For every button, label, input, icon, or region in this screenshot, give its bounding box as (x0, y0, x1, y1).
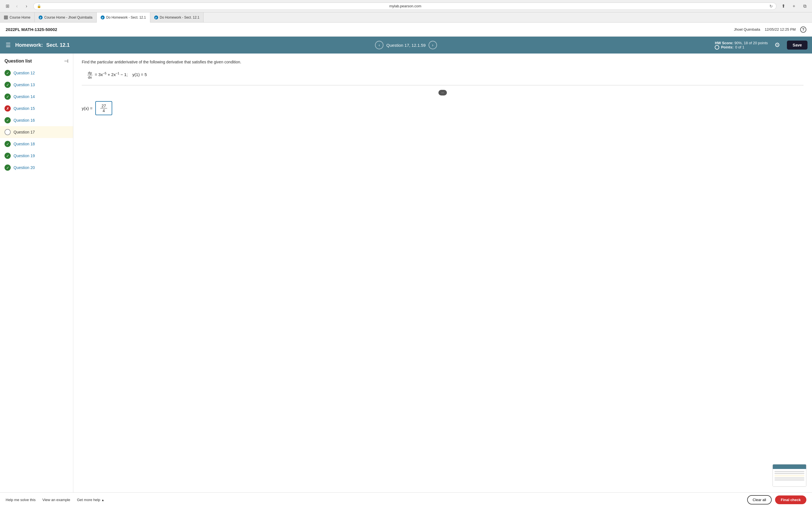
question-label-13: Question 13 (13, 82, 35, 87)
question-list-title: Question list (4, 59, 32, 64)
reload-icon[interactable]: ↻ (769, 4, 773, 8)
points-label: Points: (721, 45, 733, 49)
question-label: Question 17, 12.1.59 (386, 43, 425, 48)
hamburger-menu-btn[interactable]: ☰ (4, 41, 12, 50)
browser-back-btn[interactable]: ‹ (13, 2, 21, 10)
answer-fraction: 27 4 (100, 104, 107, 113)
next-question-btn[interactable]: › (428, 41, 437, 49)
fraction-denominator: 4 (101, 108, 106, 113)
score-circle-icon (715, 45, 719, 50)
collapse-sidebar-btn[interactable]: ⊣ (64, 58, 68, 64)
question-list-header: Question list ⊣ (0, 54, 73, 67)
tab-icon-pearson-3: p (154, 15, 158, 19)
question-item-20[interactable]: ✓ Question 20 (0, 162, 73, 173)
fraction-numerator: 27 (100, 104, 107, 108)
browser-controls: ⊞ ‹ › (3, 2, 31, 10)
datetime: 12/05/22 12:25 PM (765, 27, 796, 32)
question-item-14[interactable]: ✓ Question 14 (0, 91, 73, 103)
question-item-13[interactable]: ✓ Question 13 (0, 79, 73, 91)
question-item-17[interactable]: Question 17 (0, 126, 73, 138)
question-instruction: Find the particular antiderivative of th… (82, 59, 804, 65)
question-item-19[interactable]: ✓ Question 19 (0, 150, 73, 162)
status-icon-q17 (4, 129, 11, 135)
tab-label-jhoel: Course Home - Jhoel Quimbaila (44, 15, 93, 19)
math-equation: dy dx = 3x−5 + 2x−1 − 1; y(1) = 5 (87, 71, 804, 79)
question-label-15: Question 15 (13, 106, 35, 111)
lock-icon: 🔒 (37, 4, 41, 8)
question-label-19: Question 19 (13, 154, 35, 158)
tab-icon-pearson-2: p (101, 15, 105, 19)
hw-nav-left: ☰ Homework: Sect. 12.1 (4, 41, 375, 50)
help-icon[interactable]: ? (800, 26, 806, 33)
hw-nav-center: ‹ Question 17, 12.1.59 › (375, 41, 437, 49)
status-icon-q16: ✓ (4, 117, 11, 123)
tab-label-hw2: Do Homework - Sect. 12.1 (160, 15, 200, 19)
final-check-btn[interactable]: Final check (775, 496, 806, 504)
question-item-12[interactable]: ✓ Question 12 (0, 67, 73, 79)
question-item-18[interactable]: ✓ Question 18 (0, 138, 73, 150)
answer-area: y(x) = 27 4 (82, 101, 804, 115)
page-header: 2022FL MATH-1325-50002 Jhoel Quimbaila 1… (0, 22, 812, 37)
browser-tabs: Course Home p Course Home - Jhoel Quimba… (0, 12, 812, 22)
address-bar[interactable]: 🔒 mylab.pearson.com ↻ (33, 3, 776, 10)
tab-label-course-home: Course Home (10, 15, 31, 19)
question-item-15[interactable]: ✗ Question 15 (0, 103, 73, 114)
tab-do-homework-active[interactable]: p Do Homework - Sect. 12.1 (97, 12, 150, 22)
answer-input-box[interactable]: 27 4 (95, 101, 112, 115)
question-label-18: Question 18 (13, 142, 35, 146)
thumbnail-line-3 (774, 477, 804, 478)
thumbnail-line-2 (774, 473, 804, 474)
dots-expand-btn[interactable]: ··· (439, 90, 447, 96)
main-content: Question list ⊣ ✓ Question 12 ✓ Question… (0, 54, 812, 492)
answer-prefix: y(x) = (82, 106, 93, 111)
tab-course-home-local[interactable]: Course Home (0, 12, 35, 22)
clear-all-btn[interactable]: Clear all (747, 495, 772, 504)
hw-nav-bar: ☰ Homework: Sect. 12.1 ‹ Question 17, 12… (0, 37, 812, 54)
course-code: 2022FL MATH-1325-50002 (6, 27, 57, 32)
page-thumbnail (772, 464, 806, 487)
status-icon-q14: ✓ (4, 94, 11, 100)
hw-nav-right: HW Score: 90%, 18 of 20 points Points: 0… (437, 40, 808, 50)
tab-icon-gray (4, 15, 8, 19)
status-icon-q20: ✓ (4, 165, 11, 171)
question-label-14: Question 14 (13, 94, 35, 99)
question-item-16[interactable]: ✓ Question 16 (0, 114, 73, 126)
browser-sidebar-btn[interactable]: ⊞ (3, 2, 11, 10)
hw-title: Homework: (15, 42, 43, 48)
hw-score-display: HW Score: 90%, 18 of 20 points Points: 0… (715, 41, 768, 50)
thumbnail-preview (773, 464, 806, 487)
settings-btn[interactable]: ⚙ (772, 40, 782, 50)
status-icon-q12: ✓ (4, 70, 11, 76)
get-more-help-btn[interactable]: Get more help ▲ (77, 498, 104, 502)
thumbnail-lines (774, 470, 804, 482)
tab-icon-pearson-1: p (39, 15, 43, 19)
bottom-toolbar: Help me solve this View an example Get m… (0, 492, 812, 507)
separator-line (82, 85, 804, 86)
status-icon-q15: ✗ (4, 105, 11, 112)
browser-newtab-btn[interactable]: + (790, 2, 798, 10)
browser-share-btn[interactable]: ⬆ (779, 2, 787, 10)
thumbnail-highlight (774, 475, 804, 476)
question-list-sidebar: Question list ⊣ ✓ Question 12 ✓ Question… (0, 54, 73, 492)
help-solve-btn[interactable]: Help me solve this (6, 498, 36, 502)
get-more-help-label: Get more help (77, 498, 100, 502)
header-right: Jhoel Quimbaila 12/05/22 12:25 PM ? (734, 26, 806, 33)
status-icon-q13: ✓ (4, 82, 11, 88)
status-icon-q19: ✓ (4, 153, 11, 159)
save-btn[interactable]: Save (787, 41, 808, 50)
points-value: 0 of 1 (735, 45, 744, 49)
browser-tabs-btn[interactable]: ⧉ (801, 2, 809, 10)
view-example-btn[interactable]: View an example (42, 498, 70, 502)
question-label-12: Question 12 (13, 71, 35, 75)
tab-course-home-jhoel[interactable]: p Course Home - Jhoel Quimbaila (35, 12, 97, 22)
math-equation-text: dy dx = 3x−5 + 2x−1 − 1; y(1) = 5 (87, 72, 147, 77)
hw-score-value: 90%, 18 of 20 points (734, 41, 768, 45)
browser-forward-btn[interactable]: › (22, 2, 31, 10)
status-icon-q18: ✓ (4, 141, 11, 147)
question-label-20: Question 20 (13, 165, 35, 170)
tab-label-hw1: Do Homework - Sect. 12.1 (106, 15, 146, 19)
tab-do-homework-2[interactable]: p Do Homework - Sect. 12.1 (150, 12, 204, 22)
question-content-area: Find the particular antiderivative of th… (73, 54, 812, 492)
prev-question-btn[interactable]: ‹ (375, 41, 384, 49)
bottom-right-actions: Clear all Final check (747, 495, 807, 504)
